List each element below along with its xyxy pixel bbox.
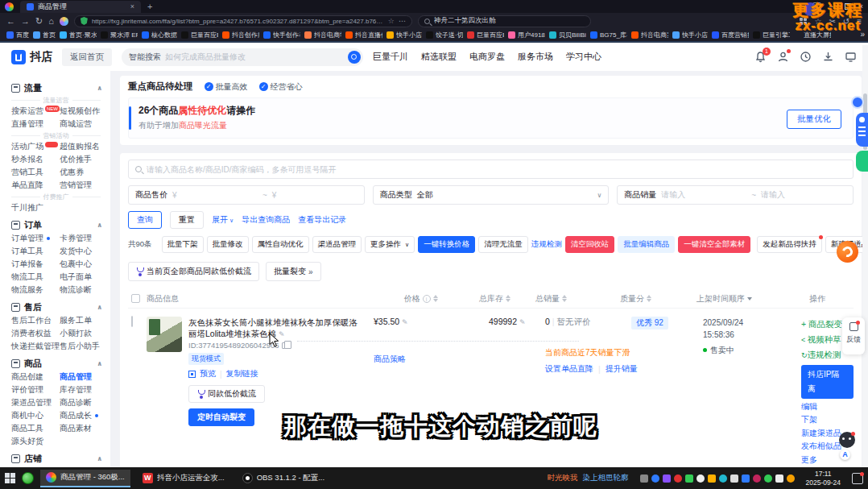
same-low-price-button[interactable]: 同款低价截流 [188, 385, 265, 403]
feedback-widget[interactable]: 反馈 [842, 317, 865, 354]
taskbar-task-browser[interactable]: 商品管理 - 360极... [40, 470, 130, 487]
edit-price-icon[interactable]: ✎ [402, 318, 408, 326]
tray-icon[interactable] [708, 474, 716, 483]
row-action-link[interactable]: 编辑 [801, 400, 854, 414]
bookmark-item[interactable]: 首页·聚水 [60, 31, 97, 39]
floating-help-icon[interactable] [851, 96, 864, 109]
tray-icon[interactable] [651, 474, 659, 483]
copy-icon[interactable] [282, 342, 287, 349]
clean-no-traffic-button[interactable]: 清理无流量 [478, 236, 528, 253]
sidebar-item[interactable]: 优价推手 [60, 153, 108, 166]
sidebar-item[interactable]: 单品直降 [11, 179, 60, 192]
bookmark-item[interactable]: 百度营销推 [712, 31, 749, 39]
sidebar-item[interactable]: 短视频创作 [60, 105, 108, 118]
download-icon[interactable] [822, 51, 834, 63]
forward-icon[interactable]: → [21, 16, 30, 26]
sidebar-item[interactable]: 服务工单 [60, 314, 108, 327]
bookmark-item[interactable]: 巨量百应Bu [181, 31, 218, 39]
close-button[interactable]: × [859, 2, 863, 10]
url-more-icon[interactable]: ⋯ [399, 17, 406, 25]
set-discount-link[interactable]: 设置单品直降 [545, 363, 593, 375]
sidebar-item[interactable]: 秒杀报名 [11, 153, 60, 166]
bookmark-item[interactable]: 抖音直播伴 [345, 31, 382, 39]
bookmark-star-icon[interactable]: ☆ [388, 17, 395, 25]
bookmark-item[interactable]: 巨量引擎工 [753, 31, 790, 39]
sidebar-item[interactable]: 商品创建 [11, 371, 60, 383]
batch-edit-button[interactable]: 批量修改 [207, 236, 249, 253]
tray-icon[interactable] [730, 474, 738, 483]
convert-price-button[interactable]: 一键转换价格 [418, 236, 475, 253]
taskbar-task-doc[interactable]: 抖音小店运营全攻... [137, 470, 230, 487]
bookmark-item[interactable]: 巨量百应Bu [467, 31, 504, 39]
bookmark-item[interactable]: 百度 [6, 31, 29, 39]
sidebar-item[interactable]: 商城运营 [60, 118, 108, 131]
row-checkbox[interactable] [131, 316, 133, 327]
sidebar-item[interactable]: 售后小助手 [60, 340, 108, 353]
sidebar-item[interactable]: 包裹中心 [60, 258, 108, 271]
history-icon[interactable]: ↺ [843, 17, 849, 26]
sidebar-item[interactable]: 物流服务 [11, 284, 60, 296]
sidebar-item[interactable]: 渠道品管理 [11, 396, 60, 409]
sidebar-item[interactable]: 营销工具 [11, 166, 60, 179]
bookmark-item[interactable]: 抖音电商罗 [631, 31, 668, 39]
sidebar-item[interactable]: 订单报备 [11, 258, 60, 271]
sidebar-section-order[interactable]: 订单 ∧ [11, 218, 110, 232]
sidebar-item[interactable]: 商机中心 [11, 409, 60, 422]
tray-icon[interactable] [719, 474, 727, 483]
sort-icon[interactable] [506, 295, 510, 302]
tray-icon[interactable] [753, 474, 761, 483]
preview-link[interactable]: 预览 [200, 368, 216, 379]
auto-split-button[interactable]: 定时自动裂变 [188, 408, 254, 426]
bookmark-item[interactable]: 贝贝BiliBili [549, 31, 586, 39]
sort-icon[interactable] [647, 295, 651, 302]
sidebar-item[interactable]: 订单工具 [11, 245, 60, 258]
header-nav-item[interactable]: 服务市场 [518, 51, 553, 63]
product-image[interactable] [147, 317, 182, 352]
sidebar-item[interactable]: 直播管理 [11, 118, 60, 131]
bookmark-item[interactable]: 核心数据 [142, 31, 177, 39]
bookmark-item[interactable]: 抖音电商学 [304, 31, 341, 39]
notification-center-icon[interactable] [852, 473, 863, 484]
tray-icon[interactable] [775, 474, 783, 483]
favorites-icon[interactable]: ☆ [814, 17, 821, 26]
sidebar-item[interactable]: 千川推广 [11, 201, 60, 214]
ip-isolate-button[interactable]: 抖店IP隔离 [801, 365, 854, 399]
bookmark-item[interactable]: 快手创作者 [263, 31, 300, 39]
reload-icon[interactable]: ↻ [35, 16, 43, 27]
news-ticker[interactable]: 时光映我 染上相思轮廓 [548, 473, 629, 483]
sidebar-item[interactable]: 评价管理 [11, 383, 60, 396]
boost-sales-link[interactable]: 提升销量 [606, 363, 638, 375]
chat-widget-icon[interactable] [839, 432, 855, 448]
filter-down-icon[interactable] [747, 297, 752, 300]
sidebar-item[interactable]: 商品素材 [60, 422, 108, 435]
sidebar-item[interactable]: 优惠券 [60, 166, 108, 179]
sidebar-item[interactable]: 商品管理 [60, 371, 108, 383]
bookmark-item[interactable]: 快手小店 [386, 31, 422, 39]
bookmark-item[interactable]: BG75_库存 [590, 31, 627, 39]
auto-attr-button[interactable]: 属性自动优化 [252, 236, 309, 253]
type-filter[interactable]: 商品类型 全部 ∨ [373, 185, 610, 205]
sidebar-item[interactable]: 卡券管理 [60, 232, 108, 245]
export-log-link[interactable]: 查看导出记录 [298, 214, 346, 226]
header-nav-item[interactable]: 电商罗盘 [469, 51, 505, 63]
minimize-button[interactable]: — [829, 2, 837, 10]
page-scrollbar[interactable] [862, 45, 868, 467]
back-icon[interactable]: ← [6, 16, 15, 26]
menu-icon[interactable]: ≡ [857, 17, 862, 26]
tray-icon[interactable] [663, 474, 671, 483]
browser-search-box[interactable] [418, 15, 591, 27]
tab-count-box[interactable]: 1 [812, 2, 820, 11]
bookmark-item[interactable]: 直播大屏投 [794, 31, 831, 39]
sidebar-section-aftersale[interactable]: 售后 ∧ [11, 300, 110, 314]
sidebar-item[interactable]: 电子面单 [60, 271, 108, 284]
reset-button[interactable]: 重置 [170, 211, 204, 229]
tray-icon[interactable] [696, 474, 705, 483]
batch-split-button[interactable]: 批量裂变» [266, 262, 321, 281]
copy-link[interactable]: 复制链接 [226, 368, 258, 379]
start-button-icon[interactable] [5, 473, 15, 483]
sales-range-filter[interactable]: 商品销量 请输入 ~ 请输入 [617, 185, 854, 205]
header-nav-item[interactable]: 学习中心 [566, 51, 601, 63]
sidebar-item[interactable]: 商品诊断 [60, 396, 108, 409]
sort-icon[interactable] [433, 295, 438, 302]
floating-funds-tab[interactable] [856, 113, 868, 147]
